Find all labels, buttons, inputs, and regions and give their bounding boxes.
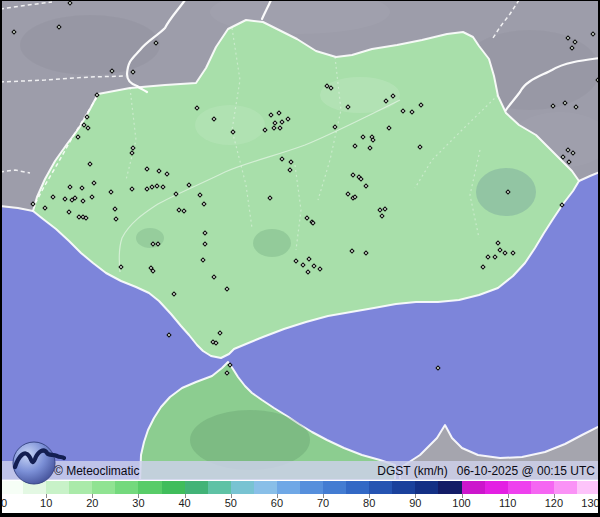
- scale-segment: [531, 481, 554, 494]
- scale-segment: [162, 481, 185, 494]
- scale-segment: [300, 481, 323, 494]
- scale-tick-label: 40: [178, 497, 190, 509]
- scale-segment: [185, 481, 208, 494]
- footer-bar: © Meteoclimatic DGST (km/h) 06-10-2025 @…: [0, 461, 600, 480]
- scale-tick-label: 90: [409, 497, 421, 509]
- data-type-label: DGST (km/h): [377, 464, 447, 478]
- scale-segment: [462, 481, 485, 494]
- scale-segment: [508, 481, 531, 494]
- scale-segment: [69, 481, 92, 494]
- scale-segment: [138, 481, 161, 494]
- meteoclimatic-logo: [8, 438, 66, 486]
- scale-segment: [92, 481, 115, 494]
- map-canvas: [0, 0, 600, 481]
- scale-tick-label: 130: [581, 497, 599, 509]
- scale-tick-label: 50: [225, 497, 237, 509]
- copyright-label: © Meteoclimatic: [54, 464, 140, 478]
- scale-tick-label: 100: [452, 497, 470, 509]
- scale-segment: [554, 481, 577, 494]
- scale-segment: [438, 481, 461, 494]
- scale-tick-label: 120: [545, 497, 563, 509]
- color-scale-ticks: 0102030405060708090100110120130: [0, 494, 600, 514]
- scale-segment: [323, 481, 346, 494]
- scale-segment: [485, 481, 508, 494]
- scale-tick-label: 110: [499, 497, 517, 509]
- timestamp-label: 06-10-2025 @ 00:15 UTC: [457, 464, 595, 478]
- scale-segment: [392, 481, 415, 494]
- scale-segment: [277, 481, 300, 494]
- scale-segment: [415, 481, 438, 494]
- scale-tick-label: 60: [271, 497, 283, 509]
- color-scale-area: 0102030405060708090100110120130: [0, 479, 600, 517]
- color-scale-band: [0, 481, 600, 494]
- scale-segment: [369, 481, 392, 494]
- scale-segment: [115, 481, 138, 494]
- scale-tick-label: 30: [132, 497, 144, 509]
- scale-tick-label: 80: [363, 497, 375, 509]
- scale-tick-label: 0: [1, 497, 7, 509]
- weather-map-screen: © Meteoclimatic DGST (km/h) 06-10-2025 @…: [0, 0, 600, 517]
- scale-tick-label: 70: [317, 497, 329, 509]
- scale-segment: [346, 481, 369, 494]
- scale-segment: [208, 481, 231, 494]
- scale-segment: [231, 481, 254, 494]
- scale-tick-label: 20: [86, 497, 98, 509]
- scale-tick-label: 10: [40, 497, 52, 509]
- map-area: [0, 0, 600, 481]
- scale-segment: [254, 481, 277, 494]
- scale-segment: [577, 481, 600, 494]
- footer-right-text: DGST (km/h) 06-10-2025 @ 00:15 UTC: [377, 464, 595, 478]
